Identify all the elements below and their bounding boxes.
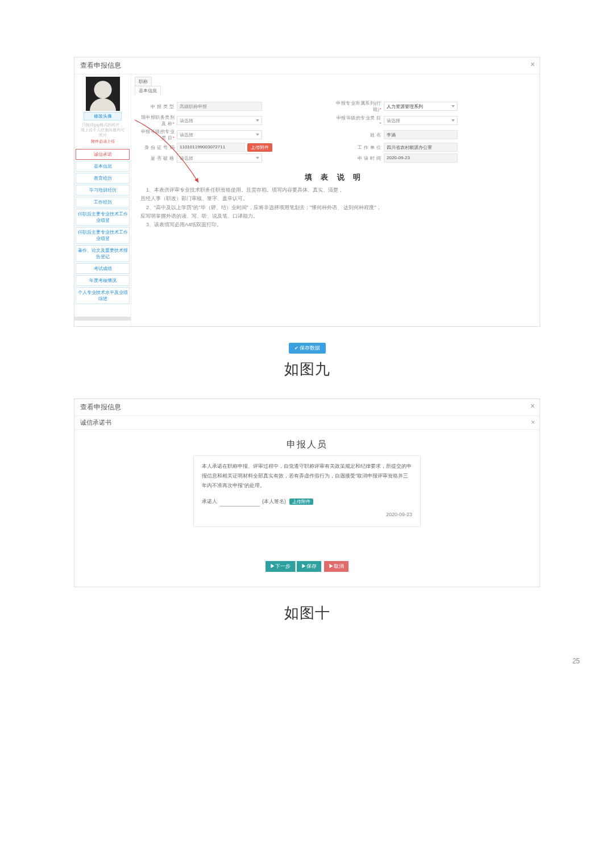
chevron-down-icon xyxy=(256,134,259,136)
form-area: 申 报 类 型 高级职称申报 申报专业所属系列(行 组)* 人力资源管理系列 现… xyxy=(135,97,534,167)
instruction-line1: 1、本表供评审专业技术职务任职资格使用。且需存档。填写内容要具体、真实、清楚， xyxy=(146,186,528,194)
avatar-upload-required: 附件必须上传 xyxy=(80,139,125,144)
sidebar-item-exam[interactable]: 考试成绩 xyxy=(76,263,130,274)
modal-commitment: 查看申报信息 × 诚信承诺书 × 申报人员 本人承诺在职称申报、评审过程中，自觉… xyxy=(74,398,540,587)
commitment-sign-suffix: (本人签名) xyxy=(262,499,286,504)
avatar-placeholder-icon xyxy=(86,77,120,111)
fill-instructions-body: 1、本表供评审专业技术职务任职资格使用。且需存档。填写内容要具体、真实、清楚， … xyxy=(135,186,534,234)
label-series: 申报专业所属系列(行 组)* xyxy=(336,100,381,113)
select-series[interactable]: 人力资源管理系列 xyxy=(384,102,458,111)
label-name: 姓 名 xyxy=(336,132,381,138)
chevron-down-icon xyxy=(256,157,259,159)
page-number: 25 xyxy=(572,657,580,665)
sidebar-greybar xyxy=(74,317,131,321)
field-apply-date: 2020-09-23 xyxy=(384,153,458,163)
sidebar: 修改头像 只能传jpg格式的照片，请上传个人红底白底均可照片 附件必须上传 诚信… xyxy=(74,74,131,326)
select-current-category[interactable]: 请选择 xyxy=(177,116,262,125)
sidebar-item-summary[interactable]: 个人专业技术水平及业绩综述 xyxy=(76,287,130,304)
select-apply-level[interactable]: 请选择 xyxy=(384,116,458,125)
instruction-line2b: 应写明掌握外语的读、写、听、说及笔、口译能力。 xyxy=(146,212,528,221)
commitment-inner-close-button[interactable]: × xyxy=(531,418,535,426)
tab-basic-info[interactable]: 基本信息 xyxy=(135,86,161,95)
field-name: 李涵 xyxy=(384,130,458,139)
save-data-button[interactable]: 保存数据 xyxy=(289,343,326,354)
field-id-number: 110101199003072711 xyxy=(177,143,245,152)
commitment-sign-row: 承诺人 (本人签名) 上传附件 xyxy=(202,497,412,506)
sidebar-item-annual-review[interactable]: 年度考核情况 xyxy=(76,275,130,286)
commitment-upload-button[interactable]: 上传附件 xyxy=(289,499,313,505)
cancel-button[interactable]: ▶取消 xyxy=(324,561,349,572)
select-apply-category[interactable]: 请选择 xyxy=(177,130,262,139)
signature-line xyxy=(220,501,260,506)
chevron-down-icon xyxy=(256,119,259,122)
save-row: 保存数据 xyxy=(74,343,540,354)
instruction-line1b: 且经人事（职改）部门审核、签字、盖章认可。 xyxy=(146,194,528,203)
commitment-body-text: 本人承诺在职称申报、评审过程中，自觉遵守职称评审有关政策规定和纪律要求，所提交的… xyxy=(202,462,412,491)
tab-title[interactable]: 职称 xyxy=(135,77,152,86)
fill-instructions-title: 填 表 说 明 xyxy=(135,172,534,182)
sidebar-item-commitment[interactable]: 诚信承诺 xyxy=(76,149,130,160)
sidebar-item-publications[interactable]: 著作、论文及重要技术报告登记 xyxy=(76,245,130,262)
figure-caption-9: 如图九 xyxy=(74,359,540,379)
label-id-number: 身 份 证 号 码 xyxy=(138,144,175,151)
instruction-line3: 3、该表填写必用A4纸双面打印。 xyxy=(146,221,528,229)
commitment-card: 申报人员 本人承诺在职称申报、评审过程中，自觉遵守职称评审有关政策规定和纪律要求… xyxy=(193,435,421,526)
sidebar-item-basic-info[interactable]: 基本信息 xyxy=(76,161,130,172)
label-work-unit: 工 作 单 位 xyxy=(336,144,381,151)
commitment-sign-label: 承诺人 xyxy=(202,499,217,504)
commitment-text-box: 本人承诺在职称申报、评审过程中，自觉遵守职称评审有关政策规定和纪律要求，所提交的… xyxy=(193,455,421,526)
avatar-change-button[interactable]: 修改头像 xyxy=(84,112,122,121)
upload-id-button[interactable]: 上传附件 xyxy=(247,143,272,152)
commitment-inner-header: 诚信承诺书 × xyxy=(74,416,540,430)
label-apply-level: 申报等级的专业类 目* xyxy=(336,115,381,126)
label-apply-category: 申报等级的专业类 目* xyxy=(138,128,175,141)
label-apply-type: 申 报 类 型 xyxy=(138,103,175,110)
commitment-title: 申报人员 xyxy=(193,435,421,455)
avatar-section: 修改头像 只能传jpg格式的照片，请上传个人红底白底均可照片 附件必须上传 xyxy=(74,74,131,148)
commitment-stage: 申报人员 本人承诺在职称申报、评审过程中，自觉遵守职称评审有关政策规定和纪律要求… xyxy=(74,430,540,586)
main-panel: 职称 基本信息 申 报 类 型 高级职称申报 申报专业所属系列(行 组)* 人力… xyxy=(131,74,540,326)
modal2-header: 查看申报信息 × xyxy=(74,399,540,416)
modal-application-info: 查看申报信息 × 修改头像 只能传jpg格式的照片，请上传个人红底白底均可照片 … xyxy=(74,57,540,327)
modal2-close-button[interactable]: × xyxy=(530,401,535,410)
instruction-line2: 2、"高中及以上学历"的"毕（肄、结）业时间"，应将非选择项用笔划去；"懂何种外… xyxy=(146,203,528,212)
tabs-row: 职称 基本信息 xyxy=(135,77,534,95)
modal1-header: 查看申报信息 × xyxy=(74,57,540,74)
commitment-date: 2020-09-23 xyxy=(202,510,412,520)
sidebar-item-achievement2[interactable]: 任职后主要专业技术工作业绩登 xyxy=(76,227,130,244)
sidebar-item-work[interactable]: 工作经历 xyxy=(76,197,130,207)
modal1-title: 查看申报信息 xyxy=(80,61,121,69)
save-button[interactable]: ▶保存 xyxy=(297,561,321,572)
label-exception: 是 否 破 格 xyxy=(138,155,175,161)
modal1-close-button[interactable]: × xyxy=(530,60,535,69)
field-work-unit: 四川省农村能源办公室 xyxy=(384,143,458,152)
avatar-note-text: 只能传jpg格式的照片，请上传个人红底白底均可照片 xyxy=(80,122,125,138)
modal2-title: 查看申报信息 xyxy=(80,403,121,411)
commitment-button-row: ▶下一步▶保存 ▶取消 xyxy=(80,561,534,572)
commitment-inner-title: 诚信承诺书 xyxy=(80,419,111,426)
label-current-category: 现申报职务类别及 称* xyxy=(138,114,175,127)
label-apply-date: 申 请 时 间 xyxy=(336,155,381,161)
chevron-down-icon xyxy=(451,119,455,122)
select-exception[interactable]: 请选择 xyxy=(177,153,262,163)
sidebar-item-education[interactable]: 教育经历 xyxy=(76,173,130,184)
chevron-down-icon xyxy=(451,105,455,107)
field-apply-type: 高级职称申报 xyxy=(177,102,262,111)
next-button[interactable]: ▶下一步 xyxy=(265,561,296,572)
sidebar-item-achievement1[interactable]: 任职后主要专业技术工作业绩登 xyxy=(76,209,130,226)
sidebar-item-training[interactable]: 学习培训经历 xyxy=(76,185,130,196)
figure-caption-10: 如图十 xyxy=(74,603,540,623)
